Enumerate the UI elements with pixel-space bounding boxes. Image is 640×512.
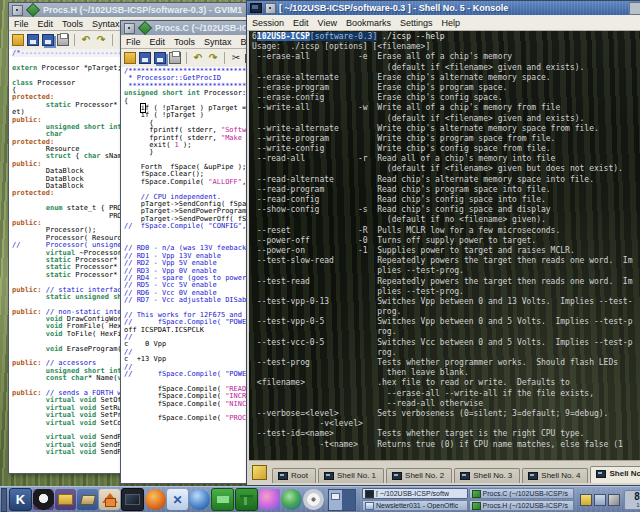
save-all-icon[interactable]	[42, 34, 54, 46]
taskbar-window-button[interactable]: Procs.C (~/102USB-ICSP/s	[469, 488, 575, 499]
terminal-line: --read-config Read chip's config space i…	[252, 195, 640, 205]
konsole-tab-root[interactable]: Root	[272, 468, 316, 483]
menu-item-bookmarks[interactable]: Bookmarks	[346, 18, 391, 28]
terminal-line: prog.	[252, 307, 640, 317]
sticky-pin-icon[interactable]	[124, 23, 135, 34]
terminal-line: --test-slow-read Repeatedly powers the t…	[252, 256, 640, 266]
terminal-icon	[392, 472, 402, 480]
system-tray	[580, 494, 620, 506]
menu-item-file[interactable]: File	[126, 37, 141, 47]
konsole-tab-shell-no-1[interactable]: Shell No. 1	[318, 468, 384, 483]
konsole-icon	[365, 490, 374, 498]
new-session-button[interactable]	[252, 465, 267, 480]
terminal-line: --test-id=<name> Tests whether target is…	[252, 429, 640, 439]
open-icon[interactable]	[12, 34, 24, 46]
earth-launcher-icon[interactable]	[281, 489, 302, 510]
panel-hide-left-button[interactable]	[1, 488, 7, 512]
redo-icon[interactable]: ↷	[95, 34, 107, 46]
print-icon[interactable]	[169, 52, 181, 64]
terminal-line: --read-alternate Read chip's alternate m…	[252, 175, 640, 185]
menu-item-settings[interactable]: Settings	[400, 18, 433, 28]
konsole-titlebar[interactable]: [ ~/102USB-ICSP/software-0.3 ] - Shell N…	[247, 1, 640, 15]
menu-item-syntax[interactable]: Syntax	[204, 37, 232, 47]
window-icon[interactable]	[594, 494, 606, 506]
open-icon[interactable]	[124, 52, 136, 64]
terminal-icon	[278, 472, 288, 480]
gvim-left-title: Procs.H (~/102USB-ICSP/software-0.3) - G…	[43, 5, 242, 15]
menu-item-session[interactable]: Session	[252, 18, 284, 28]
konsole-tabbar: RootShell No. 1Shell No. 2Shell No. 3She…	[249, 460, 640, 483]
konsole-window: [ ~/102USB-ICSP/software-0.3 ] - Shell N…	[246, 0, 640, 486]
konsole-launcher-icon[interactable]	[121, 488, 144, 511]
save-icon[interactable]	[27, 34, 39, 46]
terminal-line: --erase-program Erase chip's program spa…	[252, 83, 640, 93]
home-launcher-icon[interactable]	[99, 489, 120, 510]
taskbar-window-button[interactable]: Newsletter031 - OpenOffic	[362, 500, 468, 511]
panel-clock[interactable]: 8:10 10/07/07	[624, 490, 640, 510]
taskbar-window-button[interactable]: [ ~/102USB-ICSP/softw	[362, 488, 468, 499]
sticky-pin-icon[interactable]	[265, 3, 276, 14]
desktop-launcher-icon[interactable]	[77, 489, 98, 510]
terminal-line: --reset -R Pulls MCLR low for a few micr…	[252, 226, 640, 236]
konsole-title: [ ~/102USB-ICSP/software-0.3 ] - Shell N…	[279, 3, 626, 13]
konsole-icon[interactable]	[250, 3, 262, 13]
package-launcher-icon[interactable]	[211, 488, 234, 511]
terminal-line: --power-on -1 Supplies power to target a…	[252, 246, 640, 256]
menu-item-tools[interactable]: Tools	[174, 37, 195, 47]
window-button[interactable]	[629, 2, 640, 15]
terminal-line: --write-alternate Write chip's alternate…	[252, 124, 640, 134]
terminal-line: --test-read Repeatedly powers the target…	[252, 277, 640, 287]
cut-icon[interactable]: ✂	[230, 52, 242, 64]
cd-launcher-icon[interactable]	[303, 489, 324, 510]
kmenu-launcher-icon[interactable]	[9, 488, 32, 511]
terminal-line: -v<level>	[252, 419, 640, 429]
konsole-tab-shell-no-2[interactable]: Shell No. 2	[386, 468, 452, 483]
terminal-line: --write-config Write chip's config space…	[252, 144, 640, 154]
menu-item-help[interactable]: Help	[441, 18, 460, 28]
terminal-line: (default if <filename> given and exists)…	[252, 63, 640, 73]
menu-item-tools[interactable]: Tools	[62, 19, 83, 29]
konsole-tab-shell-no-4[interactable]: Shell No. 4	[522, 468, 588, 483]
toolbar-separator	[74, 34, 75, 46]
desktop-pager	[328, 489, 356, 511]
mozilla-launcher-icon[interactable]	[145, 489, 166, 510]
pen-icon[interactable]	[608, 494, 620, 506]
menu-item-edit[interactable]: Edit	[293, 18, 309, 28]
konsole-tab-shell-no-5[interactable]: Shell No. 5	[590, 466, 640, 483]
menu-item-file[interactable]: File	[14, 19, 29, 29]
terminal-line: (default if no <filename> given).	[252, 215, 640, 225]
terminal-line: --verbose=<level> Sets verboseness (0=si…	[252, 409, 640, 419]
menu-item-syntax[interactable]: Syntax	[92, 19, 120, 29]
factory-launcher-icon[interactable]	[235, 488, 258, 511]
pager-desktop-2[interactable]	[342, 490, 355, 510]
undo-icon[interactable]: ↶	[192, 52, 204, 64]
print-icon[interactable]	[57, 34, 69, 46]
terminal-line: --erase-all -e Erase all of a chip's mem…	[252, 52, 640, 62]
terminal-line: --test-vpp-0-13 Switches Vpp between 0 a…	[252, 297, 640, 307]
desktop: { "gvim_left": { "title": "Procs.H (~/10…	[0, 0, 640, 512]
terminal-line: --test-vcc-0-5 Switches Vcc between 0 an…	[252, 338, 640, 348]
terminal-output[interactable]: 6102USB-ICSP[software-0.3] ./icsp --help…	[249, 31, 640, 461]
undo-icon[interactable]: ↶	[80, 34, 92, 46]
menu-item-edit[interactable]: Edit	[38, 19, 54, 29]
menu-item-view[interactable]: View	[318, 18, 337, 28]
klipper-icon[interactable]	[580, 494, 592, 506]
save-icon[interactable]	[139, 52, 151, 64]
menu-item-edit[interactable]: Edit	[150, 37, 166, 47]
taskbar-window-button[interactable]: Procs.H (~/102USB-ICSP/s	[469, 500, 575, 511]
konsole-tab-shell-no-3[interactable]: Shell No. 3	[454, 468, 520, 483]
clock-time: 8:10	[625, 492, 640, 502]
paint-launcher-icon[interactable]	[259, 489, 280, 510]
sticky-pin-icon[interactable]	[12, 5, 23, 16]
terminal-icon	[528, 472, 538, 480]
terminal-line: (default if <filename> given and exists)…	[252, 114, 640, 124]
globe-launcher-icon[interactable]	[189, 489, 210, 510]
toolbar-separator	[224, 52, 225, 64]
terminal-line: --write-all -w Write all of a chip's mem…	[252, 103, 640, 113]
redo-icon[interactable]: ↷	[207, 52, 219, 64]
save-all-icon[interactable]	[154, 52, 166, 64]
pager-desktop-1[interactable]	[329, 490, 342, 510]
files-launcher-icon[interactable]	[55, 489, 76, 510]
tux-launcher-icon[interactable]	[33, 489, 54, 510]
xapp-launcher-icon[interactable]	[167, 489, 188, 510]
